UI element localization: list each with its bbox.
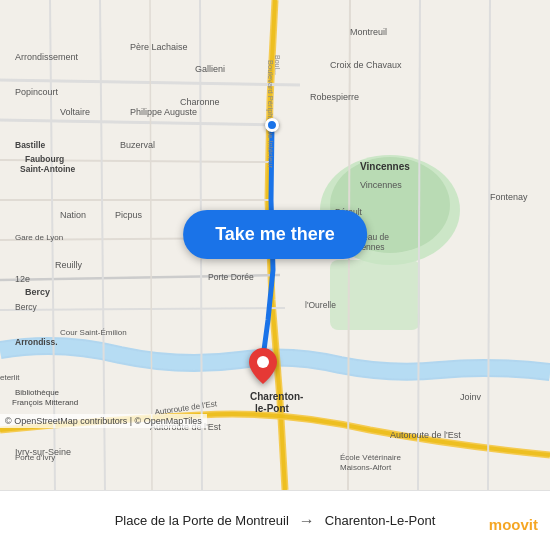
origin-label: Place de la Porte de Montreuil bbox=[115, 513, 289, 528]
svg-text:Montreuil: Montreuil bbox=[350, 27, 387, 37]
destination-marker bbox=[249, 348, 277, 388]
svg-text:Fontenay: Fontenay bbox=[490, 192, 528, 202]
svg-text:le-Pont: le-Pont bbox=[255, 403, 290, 414]
svg-text:eterlit: eterlit bbox=[0, 373, 20, 382]
svg-text:Nation: Nation bbox=[60, 210, 86, 220]
svg-text:Robespierre: Robespierre bbox=[310, 92, 359, 102]
svg-text:Saint-Antoine: Saint-Antoine bbox=[20, 164, 76, 174]
map-attribution: © OpenStreetMap contributors | © OpenMap… bbox=[0, 414, 207, 428]
svg-text:François Mitterand: François Mitterand bbox=[12, 398, 78, 407]
moovit-brand-text: moovit bbox=[489, 516, 538, 533]
destination-label: Charenton-Le-Pont bbox=[325, 513, 436, 528]
svg-text:Gare de Lyon: Gare de Lyon bbox=[15, 233, 63, 242]
svg-text:Bercy: Bercy bbox=[25, 287, 50, 297]
svg-text:École Vétérinaire: École Vétérinaire bbox=[340, 453, 401, 462]
svg-text:Voltaire: Voltaire bbox=[60, 107, 90, 117]
svg-text:Arrondiss.: Arrondiss. bbox=[15, 337, 58, 347]
footer-bar: Place de la Porte de Montreuil → Charent… bbox=[0, 490, 550, 550]
svg-text:Porte d'Ivry: Porte d'Ivry bbox=[15, 453, 55, 462]
svg-text:l'Ourelle: l'Ourelle bbox=[305, 300, 336, 310]
svg-text:Bibliothèque: Bibliothèque bbox=[15, 388, 60, 397]
svg-text:Charenton-: Charenton- bbox=[250, 391, 303, 402]
svg-text:Maisons-Alfort: Maisons-Alfort bbox=[340, 463, 392, 472]
svg-rect-3 bbox=[330, 260, 420, 330]
svg-text:Faubourg: Faubourg bbox=[25, 154, 64, 164]
svg-text:Gallieni: Gallieni bbox=[195, 64, 225, 74]
origin-marker bbox=[265, 118, 279, 132]
svg-text:Picpus: Picpus bbox=[115, 210, 143, 220]
svg-text:Boul...: Boul... bbox=[274, 55, 281, 75]
svg-text:Vincennes: Vincennes bbox=[360, 161, 410, 172]
svg-text:Boulevard Périphérique Intérie: Boulevard Périphérique Intérieur bbox=[266, 60, 275, 168]
take-me-there-button[interactable]: Take me there bbox=[183, 210, 367, 259]
svg-text:Vincennes: Vincennes bbox=[360, 180, 402, 190]
svg-text:Père Lachaise: Père Lachaise bbox=[130, 42, 188, 52]
map-container: Arrondissement Père Lachaise Gallieni Mo… bbox=[0, 0, 550, 490]
svg-text:Joinv: Joinv bbox=[460, 392, 482, 402]
moovit-logo: moovit bbox=[489, 516, 538, 534]
svg-text:Buzerval: Buzerval bbox=[120, 140, 155, 150]
svg-text:Popincourt: Popincourt bbox=[15, 87, 59, 97]
svg-text:Cour Saint-Émilion: Cour Saint-Émilion bbox=[60, 328, 127, 337]
svg-text:Bastille: Bastille bbox=[15, 140, 46, 150]
svg-text:Bercy: Bercy bbox=[15, 302, 37, 312]
direction-arrow: → bbox=[299, 512, 315, 530]
svg-text:Reuilly: Reuilly bbox=[55, 260, 83, 270]
svg-text:Arrondissement: Arrondissement bbox=[15, 52, 79, 62]
svg-text:Philippe Auguste: Philippe Auguste bbox=[130, 107, 197, 117]
svg-text:Autoroute de l'Est: Autoroute de l'Est bbox=[390, 430, 461, 440]
svg-text:Croix de Chavaux: Croix de Chavaux bbox=[330, 60, 402, 70]
svg-point-64 bbox=[257, 356, 269, 368]
svg-text:Porte Dorée: Porte Dorée bbox=[208, 272, 254, 282]
svg-text:12e: 12e bbox=[15, 274, 30, 284]
svg-text:Charonne: Charonne bbox=[180, 97, 220, 107]
